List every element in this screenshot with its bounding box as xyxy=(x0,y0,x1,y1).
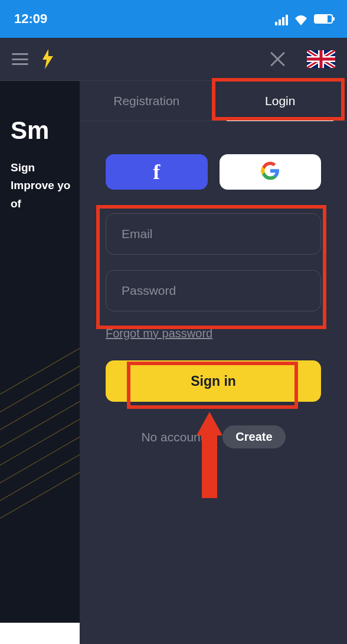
password-field[interactable] xyxy=(106,270,321,311)
svg-rect-1 xyxy=(279,19,281,25)
bg-title: Sm xyxy=(11,116,89,145)
annotation-arrow xyxy=(198,412,221,495)
svg-rect-3 xyxy=(286,15,288,25)
bg-line2: Improve yo xyxy=(11,177,89,194)
bg-line1: Sign xyxy=(11,159,89,177)
status-bar: 12:09 xyxy=(0,0,347,38)
close-icon[interactable] xyxy=(269,51,286,67)
app-logo xyxy=(40,49,55,69)
wifi-icon xyxy=(294,14,308,24)
clock: 12:09 xyxy=(14,11,47,27)
email-field[interactable] xyxy=(106,213,321,255)
facebook-icon: f xyxy=(153,160,160,184)
facebook-login-button[interactable]: f xyxy=(106,154,208,190)
create-account-button[interactable]: Create xyxy=(222,425,285,448)
login-panel: Registration Login f Forg xyxy=(80,80,347,644)
tab-login[interactable]: Login xyxy=(214,81,348,121)
tab-registration[interactable]: Registration xyxy=(80,81,214,121)
svg-rect-2 xyxy=(282,17,284,25)
battery-icon xyxy=(314,14,333,24)
menu-icon[interactable] xyxy=(12,53,28,65)
google-icon xyxy=(261,161,280,183)
google-login-button[interactable] xyxy=(220,154,322,190)
bg-line3: of xyxy=(11,195,89,213)
decorative-lines xyxy=(0,408,89,585)
bg-footer-bar xyxy=(0,623,89,644)
nav-bar xyxy=(0,38,347,80)
background-content: Sm Sign Improve yo of xyxy=(0,80,89,644)
forgot-password-link[interactable]: Forgot my password xyxy=(106,327,212,340)
svg-rect-0 xyxy=(275,22,277,25)
signal-icon xyxy=(275,14,288,24)
signin-button[interactable]: Sign in xyxy=(106,360,321,402)
language-flag-uk[interactable] xyxy=(307,50,335,68)
